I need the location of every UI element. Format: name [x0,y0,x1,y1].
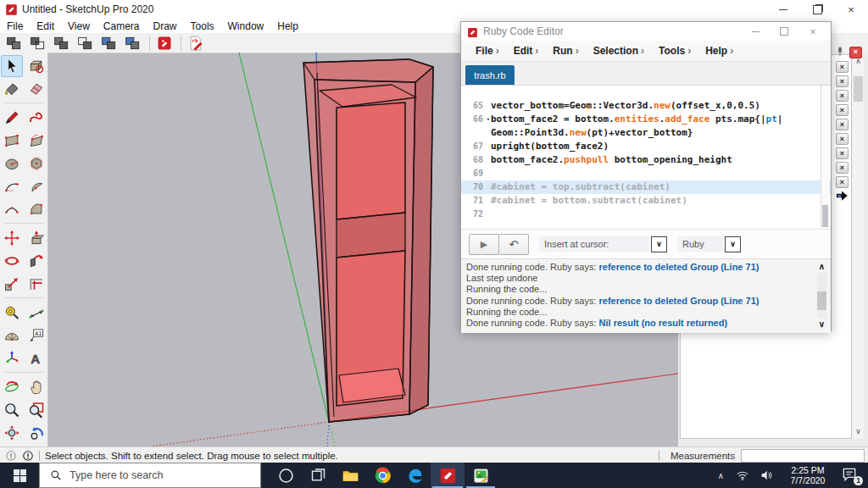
tool-rectangle[interactable] [1,130,23,152]
tool-line[interactable] [1,107,23,129]
taskbar-file-explorer-button[interactable] [334,463,366,488]
code-area[interactable]: 65vector_bottom=Geom::Vector3d.new(offse… [461,86,831,229]
console-scroll-down-icon[interactable]: ∨ [815,319,828,330]
panel-close-button[interactable]: × [836,75,849,87]
console-scroll-up-icon[interactable]: ∧ [815,261,828,273]
tool-circle[interactable] [1,152,23,175]
editor-menu-tools[interactable]: Tools› [659,45,691,57]
taskbar-image-editor-button[interactable] [465,463,497,488]
wifi-icon[interactable] [736,469,749,482]
menu-view[interactable]: View [61,20,97,32]
tool-pie[interactable] [25,175,47,197]
tool-scale[interactable] [1,273,23,295]
panel-close-button[interactable]: × [836,119,849,130]
toolbar-outer-shell-button[interactable] [5,35,24,52]
taskbar-cortana-button[interactable] [270,463,302,488]
editor-minimize-button[interactable] [741,22,770,41]
restore-button[interactable] [800,0,834,19]
tool-pan[interactable] [25,376,47,398]
console-output[interactable]: Done running code. Ruby says: reference … [461,258,831,333]
tool-arc[interactable] [1,175,23,197]
tool-tape-measure[interactable] [1,302,23,324]
cabinet-model[interactable] [303,59,433,422]
code-scrollbar[interactable] [821,86,829,229]
editor-maximize-button[interactable] [770,22,798,41]
tool-zoom-extents[interactable] [1,422,23,444]
tool-polygon[interactable] [25,152,47,175]
console-scroll-thumb[interactable] [817,291,826,310]
tool-move[interactable] [1,227,23,249]
undo-button[interactable]: ↶ [499,234,529,255]
toolbar-ruby-code-editor-button[interactable] [155,35,174,52]
tool-axes[interactable] [1,347,23,369]
tool-two-point-arc[interactable] [1,198,23,220]
tool-protractor[interactable] [1,324,23,347]
tool-freehand[interactable] [25,107,47,129]
tool-rotated-rectangle[interactable] [25,130,47,152]
tray-scroll-thumb[interactable] [854,76,863,102]
tool-offset[interactable] [25,273,47,295]
menu-window[interactable]: Window [221,20,271,32]
taskbar-task-view-button[interactable] [302,463,334,488]
panel-close-button[interactable]: × [836,133,849,145]
tool-three-point-arc[interactable] [25,198,47,220]
tool-select[interactable] [1,55,23,77]
tray-autohide-pin-icon[interactable] [834,46,846,58]
tool-zoom[interactable] [1,399,23,421]
toolbar-edit-script-button[interactable]: rb [186,35,205,52]
tool-push-pull[interactable] [25,227,47,249]
editor-titlebar[interactable]: Ruby Code Editor × [461,22,831,41]
taskbar-edge-button[interactable] [398,463,431,488]
tool-3d-text[interactable]: A [25,347,47,369]
tool-dimension[interactable] [25,302,47,324]
editor-close-button[interactable]: × [798,22,827,41]
close-button[interactable]: × [834,0,868,19]
panel-close-button[interactable]: × [836,176,849,188]
menu-file[interactable]: File [0,20,30,32]
insert-dropdown-chevron-icon[interactable]: ∨ [651,236,667,252]
tool-zoom-window[interactable] [25,399,47,421]
language-dropdown-chevron-icon[interactable]: ∨ [725,236,741,252]
toolbar-intersect-button[interactable] [29,35,47,52]
menu-help[interactable]: Help [270,20,305,32]
panel-close-button[interactable]: × [836,90,849,102]
toolbar-trim-button[interactable] [100,35,119,52]
tray-scrollbar[interactable] [853,54,864,439]
tool-orbit[interactable] [1,376,23,398]
credits-info-icon[interactable] [22,450,34,462]
menu-camera[interactable]: Camera [97,20,147,32]
panel-close-button[interactable]: × [836,147,849,159]
editor-menu-file[interactable]: File› [476,45,499,57]
tool-previous[interactable] [25,422,47,444]
editor-menu-help[interactable]: Help› [705,45,733,57]
editor-menu-edit[interactable]: Edit› [514,45,539,57]
tray-scroll-down-icon[interactable]: ∨ [853,426,864,437]
editor-menu-selection[interactable]: Selection› [593,45,644,57]
toolbar-split-button[interactable] [124,35,142,52]
language-select[interactable]: Ruby ∨ [677,236,741,252]
tray-show-hidden-icon[interactable]: ∧ [718,471,724,480]
toolbar-subtract-button[interactable] [76,35,95,52]
volume-icon[interactable] [760,469,773,482]
tool-follow-me[interactable] [25,250,47,272]
insert-at-cursor-select[interactable]: Insert at cursor: ∨ [539,236,667,252]
measurements-input[interactable] [741,449,865,463]
panel-close-button[interactable]: × [836,61,849,73]
start-button[interactable] [0,463,39,488]
tool-eraser[interactable] [25,78,47,100]
editor-menu-run[interactable]: Run› [553,45,578,57]
tab-trash-rb[interactable]: trash.rb [465,65,515,85]
panel-expand-icon[interactable] [833,188,850,203]
taskbar-clock[interactable]: 2:25 PM 7/7/2020 [783,465,832,485]
console-scrollbar[interactable]: ∧ ∨ [815,261,828,330]
toolbar-union-button[interactable] [53,35,71,52]
geolocation-icon[interactable] [5,450,17,462]
tool-paint-bucket[interactable] [1,78,23,100]
run-code-button[interactable]: ▶ [469,234,499,255]
menu-edit[interactable]: Edit [30,20,61,32]
tool-text[interactable]: A1 [25,324,47,347]
tray-close-button[interactable]: × [849,47,862,58]
code-scroll-thumb[interactable] [822,205,828,227]
panel-close-button[interactable]: × [836,104,849,116]
tool-rotate[interactable] [1,250,23,272]
